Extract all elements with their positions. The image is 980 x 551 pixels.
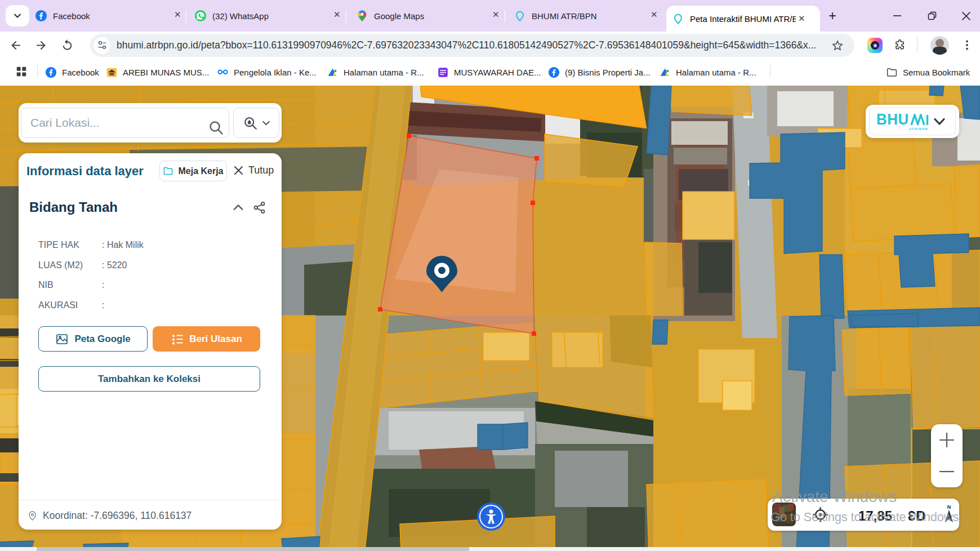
svg-text:N: N	[947, 504, 951, 510]
